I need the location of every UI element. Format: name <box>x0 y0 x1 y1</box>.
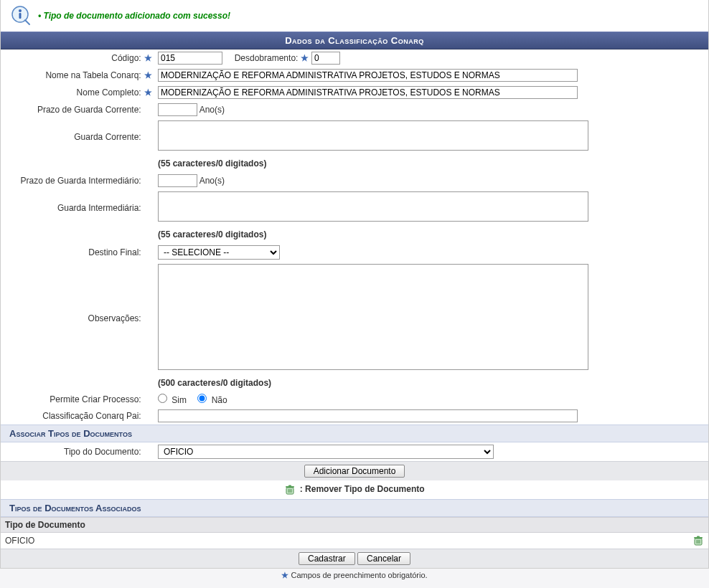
col-tipo-documento: Tipo de Documento <box>5 520 85 530</box>
button-bar-add-doc: Adicionar Documento <box>1 461 708 480</box>
table-row: OFICIO <box>1 533 708 549</box>
nome-completo-input[interactable] <box>158 86 578 99</box>
form-table: Código: ★ Desdobramento: ★ Nome na Tabel… <box>1 49 708 425</box>
counter-guarda-inter: (55 caracteres/0 digitados) <box>158 228 705 241</box>
label-desdobramento: Desdobramento: <box>235 53 299 63</box>
conarq-pai-input[interactable] <box>158 409 578 422</box>
observacoes-textarea[interactable] <box>158 264 588 370</box>
guarda-inter-textarea[interactable] <box>158 191 588 222</box>
button-bar-footer: Cadastrar Cancelar <box>1 549 708 568</box>
required-star: ★ <box>144 53 152 63</box>
label-conarq-pai: Classificação Conarq Pai: <box>42 411 141 421</box>
footer-text: Campos de preenchimento obrigatório. <box>291 571 427 579</box>
label-prazo-corrente: Prazo de Guarda Corrente: <box>37 105 141 115</box>
footer-note: ★ Campos de preenchimento obrigatório. <box>0 569 709 582</box>
desdobramento-input[interactable] <box>311 52 340 65</box>
remove-row-button[interactable] <box>692 535 704 546</box>
svg-rect-5 <box>288 485 291 487</box>
permite-sim-label: Sim <box>172 395 187 405</box>
label-codigo: Código: <box>111 53 141 63</box>
cancelar-button[interactable]: Cancelar <box>357 552 410 565</box>
permite-sim-radio[interactable] <box>158 394 167 403</box>
codigo-input[interactable] <box>158 52 222 65</box>
svg-rect-11 <box>697 536 700 538</box>
svg-rect-2 <box>19 13 22 19</box>
permite-nao-radio[interactable] <box>197 394 207 403</box>
counter-observacoes: (500 caracteres/0 digitados) <box>158 376 705 389</box>
label-prazo-inter: Prazo de Guarda Intermediário: <box>21 176 141 186</box>
success-message: Tipo de documento adicionado com sucesso… <box>38 11 230 21</box>
tipo-documento-select[interactable]: OFICIO <box>158 445 494 459</box>
required-star: ★ <box>144 87 152 98</box>
label-destino: Destino Final: <box>88 247 141 257</box>
label-guarda-corrente: Guarda Corrente: <box>74 132 141 142</box>
counter-guarda-corrente: (55 caracteres/0 digitados) <box>158 157 705 170</box>
label-tipo-doc: Tipo do Documento: <box>64 447 141 457</box>
nome-tabela-input[interactable] <box>158 69 578 82</box>
section-header-dados: Dados da Classificação Conarq <box>1 32 708 49</box>
permite-nao-label: Não <box>212 395 227 405</box>
adicionar-documento-button[interactable]: Adicionar Documento <box>304 465 405 478</box>
trash-icon <box>284 484 298 494</box>
required-star-icon: ★ <box>281 571 288 580</box>
info-icon <box>11 6 31 26</box>
prazo-inter-input[interactable] <box>158 174 197 187</box>
info-box: Tipo de documento adicionado com sucesso… <box>1 0 708 32</box>
label-permite: Permite Criar Processo: <box>50 394 141 404</box>
row-tipo: OFICIO <box>5 536 34 546</box>
required-star: ★ <box>144 70 152 80</box>
destino-final-select[interactable]: -- SELECIONE -- <box>158 245 280 260</box>
label-observacoes: Observações: <box>88 313 141 323</box>
label-nome-tabela: Nome na Tabela Conarq: <box>45 70 141 80</box>
instruction-bar: : Remover Tipo de Documento <box>1 480 708 499</box>
prazo-corrente-input[interactable] <box>158 103 197 116</box>
svg-point-1 <box>19 9 22 12</box>
label-guarda-inter: Guarda Intermediária: <box>57 203 141 213</box>
anos-suffix: Ano(s) <box>199 105 225 115</box>
instruction-remover: : Remover Tipo de Documento <box>300 484 425 494</box>
anos-suffix: Ano(s) <box>199 176 225 186</box>
subsection-assoc-list: Tipos de Documentos Associados <box>1 499 708 517</box>
assoc-table-header: Tipo de Documento <box>1 517 708 533</box>
cadastrar-button[interactable]: Cadastrar <box>299 552 355 565</box>
guarda-corrente-textarea[interactable] <box>158 120 588 151</box>
required-star: ★ <box>301 53 309 63</box>
subsection-assoc: Associar Tipos de Documentos <box>1 425 708 442</box>
label-nome-completo: Nome Completo: <box>77 87 141 98</box>
